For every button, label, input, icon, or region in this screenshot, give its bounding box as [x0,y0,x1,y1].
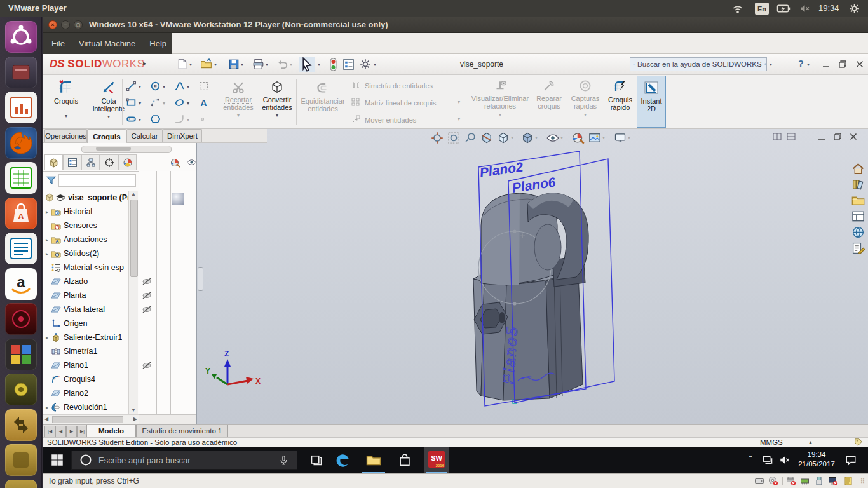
cota-caret[interactable]: ▾ [88,114,130,119]
selection-box-icon[interactable] [198,81,209,92]
doc-restore-icon[interactable] [832,132,843,142]
tree-row-solidos[interactable]: ▸Sólidos(2) [43,247,139,261]
hidden-eye-icon-planta[interactable] [142,290,152,301]
chevron-up-icon[interactable]: ⌃ [747,454,754,463]
network-icon[interactable] [763,454,774,466]
display-icon[interactable] [828,476,838,486]
line-tool-icon[interactable] [126,81,137,92]
tree-horizontal-scrollbar[interactable]: ◀ ▶ [43,414,139,424]
tab-calcular[interactable]: Calcular [126,129,163,142]
scroll-right-arrow[interactable]: ▶ [133,416,137,422]
view-settings-caret[interactable]: ▾ [628,135,630,140]
files-app-icon[interactable] [5,57,37,88]
usb-device-icon[interactable] [814,476,824,486]
network-adapter-icon[interactable] [800,476,810,486]
ubuntu-dash-icon[interactable] [5,21,37,53]
rect-caret[interactable]: ▾ [139,101,141,106]
tree-row-alzado[interactable]: Alzado [43,274,139,288]
select-caret[interactable]: ▾ [318,62,320,67]
taskbar-clock[interactable]: 19:34 21/05/2017 [794,450,839,469]
expand-arrow[interactable]: ▸ [43,209,51,215]
launcher-partial-icon[interactable] [5,480,37,488]
polygon-tool-icon[interactable] [150,114,161,125]
tree-row-vista-lateral[interactable]: Vista lateral [43,302,139,316]
scroll-up-arrow[interactable]: ▲ [129,191,138,198]
logo-expand-arrow[interactable]: ▸ [143,60,147,65]
display-style-icon[interactable] [521,132,534,144]
expand-arrow[interactable]: ▸ [43,237,51,243]
nav-prev-button[interactable]: ◀ [55,426,66,437]
pane-layout-icon[interactable] [786,132,796,142]
apply-scene-icon[interactable] [588,132,601,144]
zoom-area-icon[interactable] [447,132,460,144]
motion-study-tab[interactable]: Estudio de movimiento 1 [136,425,228,437]
microphone-icon[interactable] [278,455,289,466]
photos-app-icon[interactable] [5,339,37,370]
tree-row-saliente[interactable]: ▸Saliente-Extruir1 [43,330,139,344]
tree-row-simetria[interactable]: Simetría1 [43,344,139,358]
rectangle-tool-icon[interactable] [126,97,137,108]
plane2-label[interactable]: Plano2 [478,159,524,180]
view-orientation-caret[interactable]: ▾ [511,135,513,140]
hard-disk-icon[interactable] [754,476,764,486]
battery-charging-icon[interactable] [776,3,792,14]
edge-icon[interactable] [334,452,351,468]
app-close-icon[interactable] [855,59,865,69]
open-caret[interactable]: ▾ [214,62,217,67]
text-tool-icon[interactable]: A [198,97,209,108]
design-library-icon[interactable] [851,178,865,191]
performance-icon[interactable] [329,58,337,71]
propertymanager-tab[interactable] [63,154,81,170]
units-indicator[interactable]: MMGS [760,438,783,446]
zoom-fit-icon[interactable] [431,132,444,144]
expand-arrow[interactable]: ▸ [43,251,51,257]
tree-row-sensores[interactable]: Sensores [43,219,139,233]
view-orientation-icon[interactable] [497,132,510,144]
tray-volume-muted-icon[interactable] [779,454,790,466]
spline-caret[interactable]: ▾ [187,85,189,90]
store-icon[interactable] [398,452,412,468]
resize-grip[interactable]: ⠿ [860,478,865,485]
doc-minimize-icon[interactable] [817,132,827,142]
help-menu-icon[interactable]: ? [798,58,804,69]
tree-vertical-scrollbar[interactable]: ▲ ▼ [128,191,138,414]
open-icon[interactable] [200,58,212,70]
cortana-search-box[interactable]: Escribe aquí para buscar [71,451,297,470]
new-icon[interactable] [177,58,188,70]
panel-top-scrollbar[interactable] [81,146,172,153]
search-scope-caret[interactable]: ▾ [770,62,772,67]
utility-app-icon[interactable] [5,374,37,405]
scroll-down-arrow[interactable]: ▼ [129,407,138,414]
ribbon-cota-button[interactable]: Cota inteligente ▾ [88,76,130,127]
select-cursor-button[interactable] [299,57,315,72]
appearance-swatch-sphere[interactable] [172,193,184,205]
menu-file[interactable]: File [51,39,65,48]
view-settings-icon[interactable] [614,132,627,144]
undo-caret[interactable]: ▾ [290,62,292,67]
arc-tool-icon[interactable] [150,97,161,108]
action-center-icon[interactable] [845,454,857,466]
tree-row-planta[interactable]: Planta [43,288,139,302]
media-app-icon[interactable] [5,303,37,335]
model-tab[interactable]: Modelo [86,425,136,437]
ellipse-tool-icon[interactable] [174,97,185,108]
view-palette-icon[interactable] [851,210,865,223]
tree-root-row[interactable]: vise_soporte (Pr [43,191,139,205]
cd-rom-icon[interactable] [768,476,778,486]
app-restore-icon[interactable] [837,59,848,69]
configurationmanager-tab[interactable] [81,154,100,170]
session-gear-icon[interactable] [849,3,860,14]
tab-croquis[interactable]: Croquis [87,129,126,143]
workspace-switcher-icon[interactable] [5,409,37,441]
hidden-eye-icon-vista-lateral[interactable] [142,304,152,315]
section-view-icon[interactable] [480,132,493,144]
firefox-icon[interactable] [5,127,37,159]
point-tool-icon[interactable] [198,115,207,123]
host-clock[interactable]: 19:34 [818,3,839,13]
libreoffice-calc-icon[interactable] [5,162,37,194]
slot-tool-icon[interactable] [126,114,137,125]
hidden-eye-icon-plano1[interactable] [142,360,152,370]
line-caret[interactable]: ▾ [139,85,141,90]
appearances-icon[interactable] [851,226,865,239]
arc-caret[interactable]: ▾ [163,101,165,106]
